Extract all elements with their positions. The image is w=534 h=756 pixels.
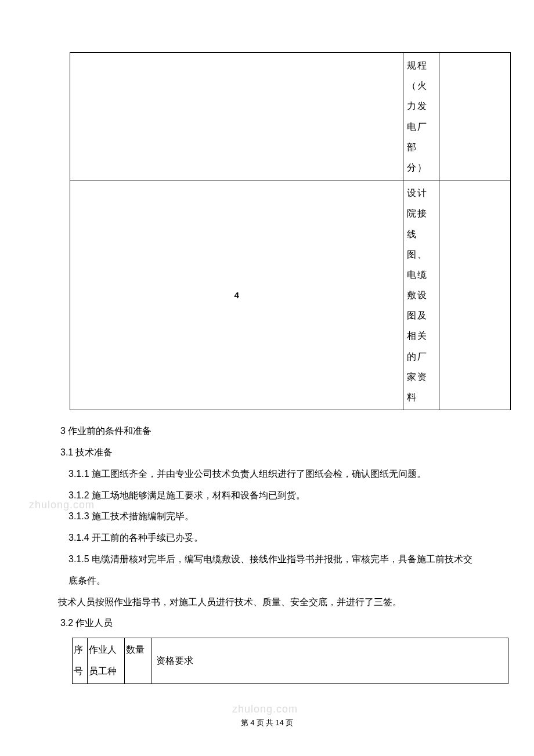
- para-3-1-3: 3.1.3 施工技术措施编制完毕。: [58, 506, 476, 527]
- personnel-table: 序号 作业人员工种 数量 资格要求: [72, 638, 508, 684]
- tbl2-col-4: 资格要求: [151, 638, 508, 684]
- section-3-2-title: 3.2 作业人员: [58, 613, 476, 634]
- para-3-1-2: 3.1.2 施工场地能够满足施工要求，材料和设备均已到货。: [58, 485, 476, 507]
- tbl2-col-1: 序号: [73, 638, 88, 684]
- watermark: zhulong.com: [232, 703, 298, 715]
- table1-r1-c1: [70, 53, 403, 180]
- para-3-1-5: 3.1.5 电缆清册核对完毕后，编写电缆敷设、接线作业指导书并报批，审核完毕，具…: [58, 549, 476, 592]
- table1-r2-c1: 4: [70, 180, 403, 410]
- table1-r1-c2: 规程（火力发电厂部分）: [403, 53, 439, 180]
- page-footer: 第 4 页 共 14 页: [0, 718, 534, 728]
- table1-r2-c2: 设计院接线图、电缆敷设图及相关的厂家资料: [403, 180, 439, 410]
- para-extra: 技术人员按照作业指导书，对施工人员进行技术、质量、安全交底，并进行了三签。: [58, 592, 476, 613]
- table1-r2-c3: [439, 180, 510, 410]
- para-3-1-4: 3.1.4 开工前的各种手续已办妥。: [58, 527, 476, 549]
- body-text: 3 作业前的条件和准备 3.1 技术准备 3.1.1 施工图纸齐全，并由专业公司…: [58, 421, 476, 634]
- section-3-1-title: 3.1 技术准备: [58, 442, 476, 464]
- para-3-1-1: 3.1.1 施工图纸齐全，并由专业公司技术负责人组织进行了图纸会检，确认图纸无问…: [58, 464, 476, 485]
- tbl2-col-2: 作业人员工种: [88, 638, 125, 684]
- table1-r1-c3: [439, 53, 510, 180]
- tbl2-col-3: 数量: [125, 638, 151, 684]
- reference-table: 规程（火力发电厂部分） 4 设计院接线图、电缆敷设图及相关的厂家资料: [70, 52, 511, 410]
- section-3-title: 3 作业前的条件和准备: [58, 421, 476, 442]
